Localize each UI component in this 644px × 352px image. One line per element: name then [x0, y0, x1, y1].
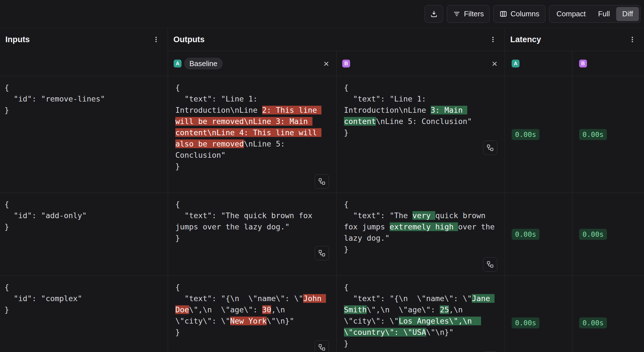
output-text: { "text": "The — [344, 200, 412, 220]
latency-cell-a: 0.00s — [505, 276, 572, 352]
view-trace-button[interactable] — [315, 246, 329, 260]
filter-icon — [453, 10, 461, 18]
latency-a-badge: A — [512, 60, 520, 67]
output-json: { "text": "The quick brown fox jumps ove… — [175, 199, 329, 244]
view-trace-button[interactable] — [315, 340, 329, 352]
trace-icon — [318, 178, 326, 185]
filters-button-label: Filters — [464, 10, 484, 18]
output-text: { "text": "Line 1: Introduction\nLine — [175, 83, 262, 114]
input-json: { "id": "remove-lines" } — [4, 82, 163, 116]
trace-row — [344, 141, 497, 155]
trace-icon — [486, 261, 494, 268]
latency-cell-b: 0.00s — [572, 276, 644, 352]
latency-cell-b: 0.00s — [572, 76, 644, 193]
columns-button-label: Columns — [511, 10, 539, 18]
output-cell-a[interactable]: { "text": "{\n \"name\": \"John Doe\",\n… — [168, 276, 337, 352]
output-text: { "text": "The quick brown fox jumps ove… — [175, 200, 317, 242]
latency-menu-button[interactable] — [628, 35, 637, 44]
close-experiment-b-button[interactable]: × — [492, 59, 497, 68]
latency-value-badge: 0.00s — [579, 129, 607, 140]
view-mode-switcher: CompactFullDiff — [549, 5, 641, 23]
outputs-column-header: Outputs — [168, 28, 505, 51]
input-cell[interactable]: { "id": "add-only" } — [0, 193, 168, 276]
trace-row — [175, 246, 329, 260]
experiment-a-badge: A — [174, 60, 182, 67]
experiment-a-header: A Baseline × — [168, 51, 337, 76]
view-mode-diff[interactable]: Diff — [616, 7, 639, 21]
outputs-header-label: Outputs — [173, 35, 205, 44]
output-cell-b[interactable]: { "text": "{\n \"name\": \"Jane Smith\",… — [337, 276, 505, 352]
output-json: { "text": "{\n \"name\": \"John Doe\",\n… — [175, 282, 329, 338]
filters-button[interactable]: Filters — [447, 5, 490, 23]
trace-row — [344, 257, 497, 272]
output-cell-a[interactable]: { "text": "The quick brown fox jumps ove… — [168, 193, 337, 276]
latency-cell-a: 0.00s — [505, 193, 572, 276]
input-json: { "id": "add-only" } — [4, 199, 163, 233]
inputs-column-header: Inputs — [0, 28, 168, 76]
results-grid: Inputs Outputs Latency A Baseline × B × — [0, 28, 644, 352]
output-cell-b[interactable]: { "text": "The very quick brown fox jump… — [337, 193, 505, 276]
latency-cell-b: 0.00s — [572, 193, 644, 276]
latency-header-label: Latency — [510, 35, 541, 44]
latency-b-header: B — [572, 51, 644, 76]
diff-added-text: 25 — [440, 305, 449, 314]
diff-added-text: extremely high — [390, 222, 458, 231]
inputs-menu-button[interactable] — [152, 35, 160, 44]
experiment-b-badge: B — [342, 60, 350, 67]
latency-value-badge: 0.00s — [512, 317, 539, 328]
download-button[interactable] — [425, 5, 443, 23]
output-text: { "text": "{\n \"name\": \" — [175, 283, 303, 303]
diff-added-text: very — [412, 211, 435, 220]
latency-cell-a: 0.00s — [505, 76, 572, 193]
output-text: \",\n \"age\": — [367, 305, 440, 314]
experiment-a-name-pill[interactable]: Baseline — [184, 58, 223, 69]
output-cell-a[interactable]: { "text": "Line 1: Introduction\nLine 2:… — [168, 76, 337, 193]
kebab-icon — [629, 36, 636, 43]
output-json: { "text": "The very quick brown fox jump… — [344, 199, 497, 255]
input-cell[interactable]: { "id": "complex" } — [0, 276, 168, 352]
kebab-icon — [489, 36, 497, 43]
output-json: { "text": "{\n \"name\": \"Jane Smith\",… — [344, 282, 497, 349]
close-experiment-a-button[interactable]: × — [323, 59, 329, 68]
output-json: { "text": "Line 1: Introduction\nLine 2:… — [175, 82, 329, 172]
view-trace-button[interactable] — [483, 141, 497, 155]
experiment-b-header: B × — [337, 51, 505, 76]
view-trace-button[interactable] — [483, 257, 497, 272]
trace-icon — [318, 249, 326, 257]
input-cell[interactable]: { "id": "remove-lines" } — [0, 76, 168, 193]
diff-removed-text: New York — [230, 317, 267, 325]
trace-icon — [486, 144, 494, 152]
kebab-icon — [152, 36, 160, 43]
latency-column-header: Latency — [505, 28, 644, 51]
input-json: { "id": "complex" } — [4, 282, 163, 315]
latency-a-header: A — [505, 51, 572, 76]
trace-row — [175, 340, 329, 352]
diff-removed-text: 30 — [262, 305, 271, 314]
output-text: { "text": "Line 1: Introduction\nLine — [344, 83, 431, 114]
toolbar: Filters Columns CompactFullDiff — [0, 0, 644, 28]
trace-row — [175, 174, 329, 189]
output-cell-b[interactable]: { "text": "Line 1: Introduction\nLine 3:… — [337, 76, 505, 193]
download-icon — [430, 10, 438, 18]
columns-button[interactable]: Columns — [493, 5, 545, 23]
columns-icon — [499, 10, 507, 18]
latency-value-badge: 0.00s — [512, 129, 539, 140]
outputs-menu-button[interactable] — [489, 35, 497, 44]
output-text: { "text": "{\n \"name\": \" — [344, 283, 472, 303]
output-text: \",\n \"age\": — [189, 305, 262, 314]
latency-b-badge: B — [579, 60, 587, 67]
trace-icon — [318, 344, 326, 351]
latency-value-badge: 0.00s — [579, 229, 607, 240]
inputs-header-label: Inputs — [5, 35, 30, 44]
latency-value-badge: 0.00s — [512, 229, 539, 240]
view-mode-compact[interactable]: Compact — [551, 7, 592, 21]
view-trace-button[interactable] — [315, 174, 329, 189]
output-json: { "text": "Line 1: Introduction\nLine 3:… — [344, 82, 497, 138]
latency-value-badge: 0.00s — [579, 317, 607, 328]
view-mode-full[interactable]: Full — [592, 7, 616, 21]
